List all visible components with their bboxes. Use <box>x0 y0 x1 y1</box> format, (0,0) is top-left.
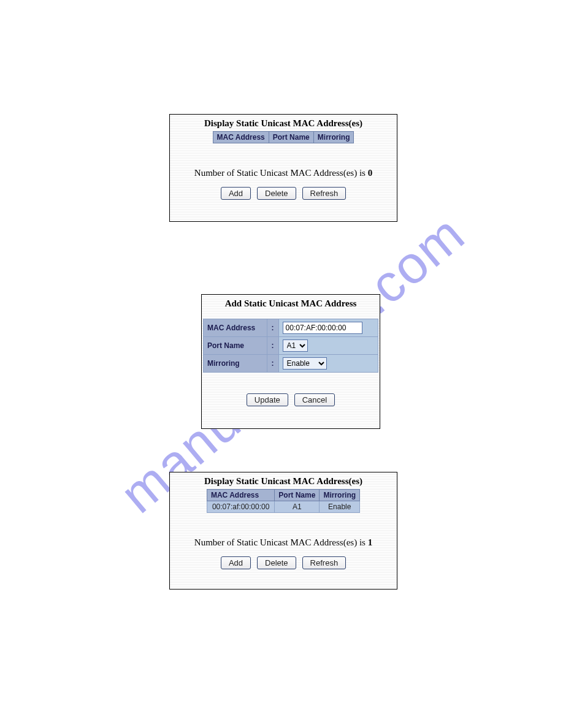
mac-address-input[interactable] <box>283 322 362 334</box>
refresh-button[interactable]: Refresh <box>302 187 347 200</box>
display-mac-panel-populated: Display Static Unicast MAC Address(es) M… <box>169 472 397 590</box>
panel3-title: Display Static Unicast MAC Address(es) <box>170 472 397 489</box>
mac-address-label: MAC Address <box>204 319 267 337</box>
panel3-data-table: MAC Address Port Name Mirroring 00:07:af… <box>207 489 360 513</box>
mirroring-select[interactable]: Enable <box>283 357 327 370</box>
panel1-header-mac: MAC Address <box>213 132 269 143</box>
panel1-header-table: MAC Address Port Name Mirroring <box>213 131 354 143</box>
panel3-header-mac: MAC Address <box>207 490 274 501</box>
cancel-button[interactable]: Cancel <box>294 393 335 406</box>
panel1-button-row: Add Delete Refresh <box>170 187 397 206</box>
panel3-count-line: Number of Static Unicast MAC Address(es)… <box>170 537 397 548</box>
panel2-form-table: MAC Address : Port Name : A1 Mirroring :… <box>203 319 378 373</box>
panel1-header-mirror: Mirroring <box>313 132 354 143</box>
colon: : <box>267 319 278 337</box>
add-mac-panel: Add Static Unicast MAC Address MAC Addre… <box>201 294 380 429</box>
panel3-header-mirror: Mirroring <box>320 490 360 501</box>
panel1-count-line: Number of Static Unicast MAC Address(es)… <box>170 168 397 178</box>
table-row[interactable]: 00:07:af:00:00:00 A1 Enable <box>207 501 359 513</box>
delete-button[interactable]: Delete <box>257 556 296 569</box>
refresh-button[interactable]: Refresh <box>302 556 347 569</box>
row-mirror-value: Enable <box>320 501 360 513</box>
panel1-title: Display Static Unicast MAC Address(es) <box>170 115 397 131</box>
add-button[interactable]: Add <box>221 187 251 200</box>
mirroring-label: Mirroring <box>204 355 267 373</box>
panel3-button-row: Add Delete Refresh <box>170 556 397 575</box>
panel1-header-port: Port Name <box>269 132 313 143</box>
row-mac-value: 00:07:af:00:00:00 <box>207 501 274 513</box>
colon: : <box>267 355 278 373</box>
port-name-select[interactable]: A1 <box>283 339 308 352</box>
port-name-label: Port Name <box>204 337 267 355</box>
row-port-value: A1 <box>275 501 320 513</box>
panel3-count-value: 1 <box>368 537 373 547</box>
panel2-title: Add Static Unicast MAC Address <box>202 295 380 311</box>
panel1-count-prefix: Number of Static Unicast MAC Address(es)… <box>194 168 368 178</box>
update-button[interactable]: Update <box>247 393 288 406</box>
panel3-header-port: Port Name <box>275 490 320 501</box>
delete-button[interactable]: Delete <box>257 187 296 200</box>
display-mac-panel-empty: Display Static Unicast MAC Address(es) M… <box>169 114 397 222</box>
add-button[interactable]: Add <box>221 556 251 569</box>
panel3-count-prefix: Number of Static Unicast MAC Address(es)… <box>194 537 368 547</box>
panel2-button-row: Update Cancel <box>202 393 380 412</box>
panel1-count-value: 0 <box>368 168 373 178</box>
colon: : <box>267 337 278 355</box>
